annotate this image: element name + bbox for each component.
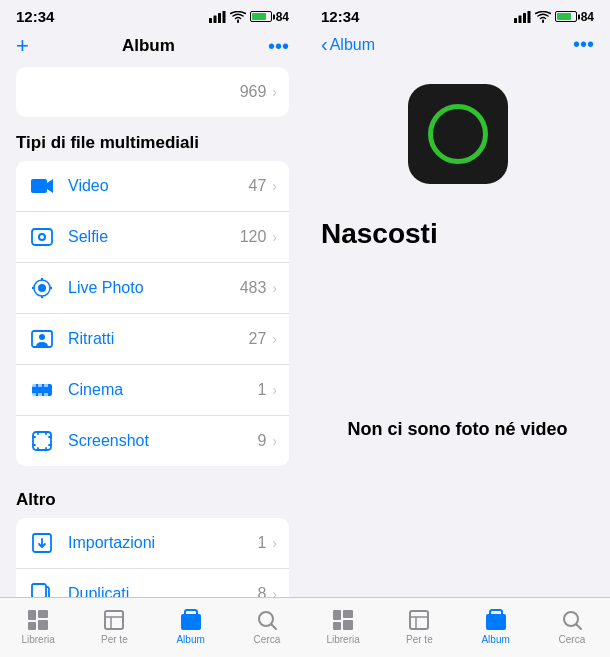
left-more-button[interactable]: ••• [268, 35, 289, 58]
svg-rect-26 [32, 584, 46, 597]
ritratti-icon [28, 325, 56, 353]
media-types-header: Tipi di file multimediali [0, 117, 305, 161]
right-status-icons: 84 [514, 10, 594, 24]
tab-libreria-label-left: Libreria [21, 634, 54, 645]
livephoto-chevron: › [272, 280, 277, 296]
battery-fill [252, 13, 266, 20]
screenshot-count: 9 [257, 432, 266, 450]
right-nav-bar: ‹ Album ••• [305, 29, 610, 64]
list-item-cinema[interactable]: Cinema 1 › [16, 365, 289, 416]
right-panel: 12:34 84 ‹ Album ••• [305, 0, 610, 657]
left-battery-icon [250, 11, 272, 22]
cinema-count: 1 [257, 381, 266, 399]
duplicati-label: Duplicati [68, 585, 257, 597]
tab-libreria-left[interactable]: Libreria [0, 604, 76, 649]
svg-rect-42 [523, 13, 526, 23]
tab-album-left[interactable]: Album [153, 604, 229, 649]
tab-libreria-right[interactable]: Libreria [305, 604, 381, 649]
cinema-icon [28, 376, 56, 404]
back-button[interactable]: ‹ Album [321, 33, 375, 56]
partial-count: 969 [240, 83, 267, 101]
album-tab-icon-right [484, 608, 508, 632]
svg-rect-18 [38, 384, 42, 387]
partial-icon [28, 78, 56, 106]
right-time: 12:34 [321, 8, 359, 25]
svg-point-12 [41, 278, 43, 280]
left-time: 12:34 [16, 8, 54, 25]
cinema-label: Cinema [68, 381, 257, 399]
svg-rect-2 [218, 13, 221, 23]
svg-rect-31 [28, 610, 36, 620]
tab-cerca-label-right: Cerca [559, 634, 586, 645]
svg-rect-32 [38, 610, 48, 618]
video-icon [28, 172, 56, 200]
ritratti-label: Ritratti [68, 330, 249, 348]
tab-perte-right[interactable]: Per te [381, 604, 457, 649]
back-chevron-icon: ‹ [321, 33, 328, 56]
svg-rect-46 [343, 610, 353, 618]
other-list: Importazioni 1 › Duplicati 8 › [16, 518, 289, 597]
empty-state: Non ci sono foto né video [305, 262, 610, 597]
right-libreria-tab-icon [331, 608, 355, 632]
left-scroll-area: 969 › Tipi di file multimediali Video 47… [0, 67, 305, 597]
nascosti-app-icon [408, 84, 508, 184]
selfie-chevron: › [272, 229, 277, 245]
list-item-screenshot[interactable]: Screenshot 9 › [16, 416, 289, 466]
other-header: Altro [0, 474, 305, 518]
video-label: Video [68, 177, 249, 195]
right-battery-level: 84 [581, 10, 594, 24]
livephoto-icon [28, 274, 56, 302]
perte-tab-icon [102, 608, 126, 632]
selfie-label: Selfie [68, 228, 240, 246]
right-title-area: Nascosti [305, 214, 610, 262]
svg-rect-37 [181, 614, 201, 630]
add-album-button[interactable]: + [16, 33, 29, 59]
svg-rect-21 [38, 393, 42, 396]
right-battery-icon [555, 11, 577, 22]
svg-rect-44 [333, 622, 341, 630]
tab-perte-label-left: Per te [101, 634, 128, 645]
partial-chevron: › [272, 84, 277, 100]
left-nav-bar: + Album ••• [0, 29, 305, 67]
tab-cerca-left[interactable]: Cerca [229, 604, 305, 649]
list-item-video[interactable]: Video 47 › [16, 161, 289, 212]
screenshot-chevron: › [272, 433, 277, 449]
list-item-selfie[interactable]: Selfie 120 › [16, 212, 289, 263]
ritratti-count: 27 [249, 330, 267, 348]
cerca-tab-icon-left [255, 608, 279, 632]
tab-album-label-left: Album [176, 634, 204, 645]
importazioni-icon [28, 529, 56, 557]
svg-point-15 [39, 334, 45, 340]
app-icon-area [305, 64, 610, 214]
svg-rect-22 [44, 393, 48, 396]
svg-rect-19 [44, 384, 48, 387]
svg-point-10 [32, 287, 34, 289]
list-item-duplicati[interactable]: Duplicati 8 › [16, 569, 289, 597]
svg-line-39 [271, 625, 276, 630]
left-tab-bar: Libreria Per te Album Cerca [0, 597, 305, 657]
right-battery-fill [557, 13, 571, 20]
svg-point-13 [41, 296, 43, 298]
partial-top-row: 969 › [16, 67, 289, 117]
svg-rect-0 [209, 18, 212, 23]
list-item-livephoto[interactable]: Live Photo 483 › [16, 263, 289, 314]
svg-rect-41 [518, 15, 521, 23]
tab-album-label-right: Album [481, 634, 509, 645]
partial-item: 969 › [16, 67, 289, 117]
tab-cerca-label-left: Cerca [254, 634, 281, 645]
selfie-icon [28, 223, 56, 251]
album-tab-icon-left [179, 608, 203, 632]
screenshot-label: Screenshot [68, 432, 257, 450]
left-status-icons: 84 [209, 10, 289, 24]
video-count: 47 [249, 177, 267, 195]
list-item-importazioni[interactable]: Importazioni 1 › [16, 518, 289, 569]
right-more-button[interactable]: ••• [573, 33, 594, 56]
tab-cerca-right[interactable]: Cerca [534, 604, 610, 649]
list-item-ritratti[interactable]: Ritratti 27 › [16, 314, 289, 365]
svg-rect-47 [343, 620, 353, 630]
duplicati-chevron: › [272, 586, 277, 597]
battery-level: 84 [276, 10, 289, 24]
tab-album-right[interactable]: Album [458, 604, 534, 649]
right-cerca-tab-icon [560, 608, 584, 632]
tab-perte-left[interactable]: Per te [76, 604, 152, 649]
